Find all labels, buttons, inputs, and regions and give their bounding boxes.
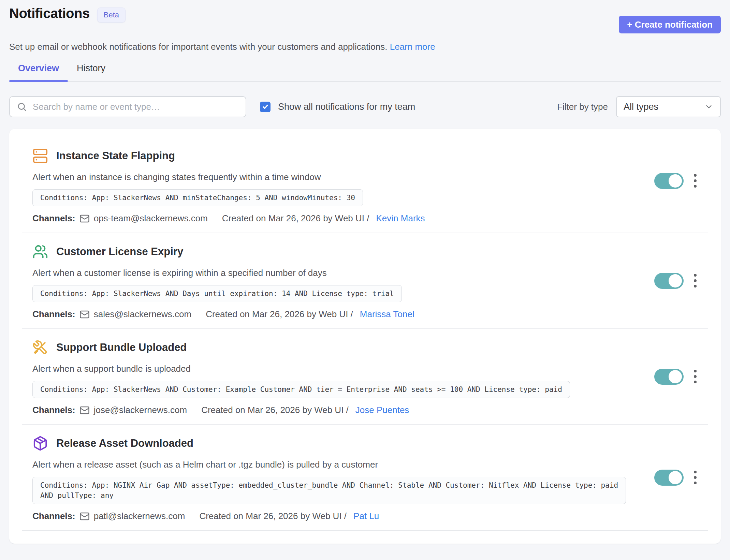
notification-meta: Channels: sales@slackernews.com Created … [32,309,698,320]
check-icon [262,103,269,110]
users-icon [32,244,48,260]
package-icon [32,436,48,451]
notification-description: Alert when an instance is changing state… [32,172,612,182]
notification-title: Support Bundle Uploaded [56,341,187,354]
channel-email: sales@slackernews.com [94,309,191,320]
notification-card: Customer License Expiry Alert when a cus… [22,233,708,328]
filter-toolbar: Show all notifications for my team Filte… [9,96,721,117]
search-box [9,96,246,117]
notification-controls [654,272,699,290]
notification-title: Instance State Flapping [56,150,175,162]
notification-controls [654,469,699,486]
type-filter-select[interactable]: All types [616,96,721,117]
page-header: Notifications Beta + Create notification [9,5,721,33]
enabled-toggle[interactable] [654,173,684,189]
mail-icon [79,511,90,521]
author-link[interactable]: Kevin Marks [376,213,425,224]
notification-card: Instance State Flapping Alert when an in… [22,129,708,233]
notification-meta: Channels: jose@slackernews.com Created o… [32,405,698,415]
notification-card: Release Asset Downloaded Alert when a re… [22,425,708,530]
tab-bar: Overview History [9,63,721,82]
beta-badge: Beta [97,8,126,23]
enabled-toggle[interactable] [654,369,684,385]
notification-conditions: Conditions: App: SlackerNews AND minStat… [32,189,363,206]
created-text: Created on Mar 26, 2026 by Web UI / [222,213,369,224]
search-icon [17,102,27,112]
notification-row: Release Asset Downloaded Alert when a re… [22,425,708,531]
channels-label: Channels: [32,213,75,224]
notification-description: Alert when a customer license is expirin… [32,268,612,278]
notification-conditions: Conditions: App: NGINX Air Gap AND asset… [32,477,626,504]
tools-icon [32,340,48,355]
mail-icon [79,213,90,224]
notification-title: Release Asset Downloaded [56,437,193,450]
kebab-menu-icon[interactable] [692,469,699,486]
show-all-checkbox[interactable] [260,102,271,112]
mail-icon [79,405,90,415]
search-input[interactable] [32,101,239,113]
server-icon [32,148,48,164]
notification-header: Release Asset Downloaded [32,436,698,451]
channels-label: Channels: [32,511,75,521]
filter-by-type-label: Filter by type [557,102,608,112]
notification-description: Alert when a release asset (such as a He… [32,459,612,470]
channels-label: Channels: [32,309,75,320]
notification-conditions: Conditions: App: SlackerNews AND Days un… [32,285,402,302]
show-all-checkbox-label: Show all notifications for my team [278,102,415,112]
notification-card: Support Bundle Uploaded Alert when a sup… [22,329,708,424]
notification-header: Customer License Expiry [32,244,698,260]
learn-more-link[interactable]: Learn more [390,42,435,52]
tab-history[interactable]: History [68,63,114,81]
kebab-menu-icon[interactable] [692,172,699,190]
notification-title: Customer License Expiry [56,246,183,258]
created-text: Created on Mar 26, 2026 by Web UI / [206,309,353,320]
notification-meta: Channels: patl@slackernews.com Created o… [32,511,698,521]
author-link[interactable]: Pat Lu [353,511,379,521]
notification-row: Support Bundle Uploaded Alert when a sup… [22,329,708,425]
description-text: Set up email or webhook notifications fo… [9,42,387,52]
create-notification-button[interactable]: + Create notification [619,16,721,33]
channel-email: patl@slackernews.com [94,511,185,521]
notification-row: Instance State Flapping Alert when an in… [22,129,708,233]
filter-group: Filter by type All types [557,96,721,117]
kebab-menu-icon[interactable] [692,272,699,290]
channel-email: jose@slackernews.com [94,405,187,415]
type-filter-value: All types [624,102,658,112]
notification-conditions: Conditions: App: SlackerNews AND Custome… [32,381,570,398]
notification-controls [654,172,699,190]
notification-header: Instance State Flapping [32,148,698,164]
tab-overview[interactable]: Overview [9,63,68,81]
notification-header: Support Bundle Uploaded [32,340,698,355]
author-link[interactable]: Jose Puentes [355,405,409,415]
team-checkbox-group: Show all notifications for my team [260,102,415,112]
created-text: Created on Mar 26, 2026 by Web UI / [201,405,349,415]
page-title: Notifications [9,5,90,21]
notification-meta: Channels: ops-team@slackernews.com Creat… [32,213,698,224]
notification-controls [654,368,699,385]
notification-list: Instance State Flapping Alert when an in… [9,129,721,544]
kebab-menu-icon[interactable] [692,368,699,385]
author-link[interactable]: Marissa Tonel [360,309,414,320]
channels-label: Channels: [32,405,75,415]
enabled-toggle[interactable] [654,470,684,486]
channel-email: ops-team@slackernews.com [94,213,208,224]
created-text: Created on Mar 26, 2026 by Web UI / [199,511,347,521]
notifications-page: Notifications Beta + Create notification… [0,0,730,544]
notification-row: Customer License Expiry Alert when a cus… [22,233,708,329]
notification-description: Alert when a support bundle is uploaded [32,364,612,374]
chevron-down-icon [704,102,713,111]
enabled-toggle[interactable] [654,273,684,289]
mail-icon [79,309,90,320]
page-description: Set up email or webhook notifications fo… [9,42,721,52]
